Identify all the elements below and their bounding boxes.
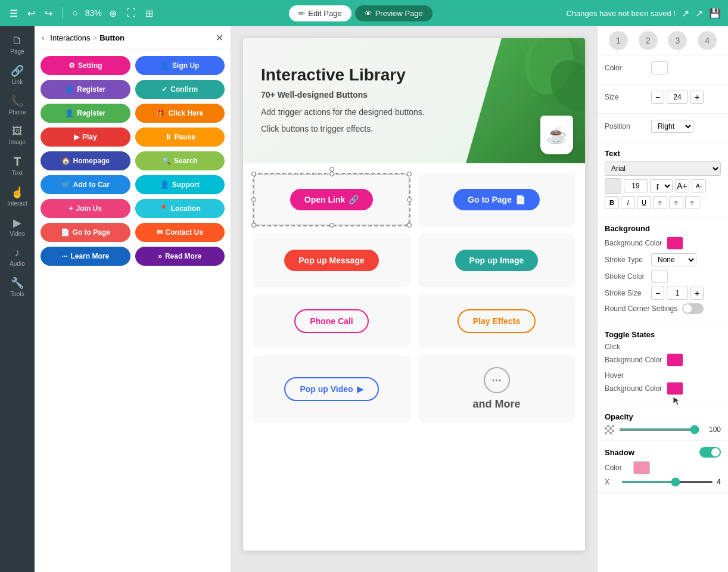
sidebar-item-video[interactable]: ▶ Video [0,213,35,241]
contactus-icon: ✉ [157,228,163,237]
rp-circle-4[interactable]: 4 [698,31,717,50]
sidebar-item-audio[interactable]: ♪ Audio [0,243,35,271]
align-center-button[interactable]: ≡ [669,196,683,209]
confirm-button[interactable]: ✓Confirm [135,80,225,99]
stroke-increase-button[interactable]: + [690,287,704,300]
redo-button[interactable]: ↪ [42,7,55,20]
stroke-size-input[interactable] [667,287,688,300]
play-effects-card[interactable]: Play Effects [418,294,575,348]
sidebar-item-tools[interactable]: 🔧 Tools [0,273,35,301]
panel-header: ‹ Interactions > Button ✕ [35,26,231,50]
popup-video-canvas-button[interactable]: Pop up Video ▶ [284,377,378,401]
stroke-decrease-button[interactable]: − [651,287,664,300]
support-button[interactable]: 👤Support [135,175,225,194]
font-select[interactable]: Arial Georgia Helvetica [605,161,721,176]
edit-page-button[interactable]: ✏ Edit Page [289,5,351,21]
phone-call-canvas-button[interactable]: Phone Call [294,309,368,333]
rp-circle-3[interactable]: 3 [668,31,687,50]
popup-video-card[interactable]: Pop up Video ▶ [253,355,410,422]
canvas[interactable]: Interactive Library 70+ Well-designed Bu… [243,38,585,551]
font-increase-button[interactable]: A+ [675,179,689,192]
search-button[interactable]: 🔍Search [135,151,225,170]
popup-message-canvas-button[interactable]: Pop up Message [284,250,378,271]
bold-button[interactable]: B [605,196,619,209]
menu-button[interactable]: ☰ [7,7,20,20]
read-more-button[interactable]: »Read More [135,247,225,266]
font-decrease-button[interactable]: A- [692,179,706,192]
undo-button[interactable]: ↩ [25,7,38,20]
popup-message-card[interactable]: Pop up Message [253,234,410,287]
hover-bg-color-picker[interactable] [667,382,683,395]
round-corner-toggle[interactable] [682,303,704,314]
register2-icon: 👤 [65,109,74,117]
align-right-button[interactable]: ≡ [685,196,699,209]
opacity-slider[interactable] [619,428,699,431]
add-to-car-button[interactable]: 🛒Add to Car [41,175,130,194]
popup-image-card[interactable]: Pop up Image [418,234,575,287]
join-us-button[interactable]: +Join Us [41,199,130,218]
click-here-button[interactable]: 🎁Click Here [135,104,225,123]
fullscreen-button[interactable]: ⛶ [124,7,138,20]
font-size-unit-select[interactable]: px [650,179,673,192]
open-link-canvas-button[interactable]: Open Link 🔗 [290,189,373,210]
shadow-x-slider[interactable] [621,481,713,483]
phone-call-card[interactable]: Phone Call [253,294,410,348]
sidebar-item-image[interactable]: 🖼 Image [0,122,35,149]
stroke-color-picker[interactable] [651,270,668,283]
text-color-swatch[interactable] [605,178,621,194]
rp-circle-1[interactable]: 1 [609,31,628,50]
panel-close-button[interactable]: ✕ [216,32,223,43]
popup-image-canvas-button[interactable]: Pop up Image [455,250,539,271]
goto-page-panel-button[interactable]: 📄Go to Page [41,223,130,242]
position-select[interactable]: Right Left Center [651,120,693,133]
hover-bg-color-label: Background Color [605,384,662,393]
italic-button[interactable]: I [621,196,635,209]
share-button[interactable]: ↗ [695,8,703,19]
breadcrumb-interactions[interactable]: Interactions [50,33,90,42]
preview-page-button[interactable]: 👁 Preview Page [355,5,433,21]
sidebar-item-interact[interactable]: ☝ Interact [0,182,35,210]
font-size-input[interactable] [624,179,648,192]
shadow-color-picker[interactable] [633,461,650,474]
sidebar-item-phone[interactable]: 📞 Phone [0,91,35,119]
zoom-reset-button[interactable]: ○ [70,7,80,20]
location-button[interactable]: 📍Location [135,199,225,218]
sign-up-button[interactable]: 👤Sign Up [135,56,225,75]
sidebar-item-link[interactable]: 🔗 Link [0,61,35,89]
size-input[interactable] [667,91,688,104]
size-decrease-button[interactable]: − [651,91,664,104]
underline-button[interactable]: U [637,196,651,209]
play-effects-canvas-button[interactable]: Play Effects [458,309,536,333]
goto-page-card[interactable]: Go to Page 📄 [418,173,575,226]
contact-us-button[interactable]: ✉Contact Us [135,223,225,242]
grid-button[interactable]: ⊞ [143,7,155,20]
play-button[interactable]: ▶Play [41,128,130,147]
align-left-button[interactable]: ≡ [653,196,667,209]
sidebar-item-page[interactable]: 🗋 Page [0,31,35,58]
shadow-header-row: Shadow [605,447,721,458]
register-button[interactable]: 👤Register [41,80,130,99]
export-button[interactable]: ↗ [682,8,689,19]
shadow-toggle[interactable] [699,447,721,458]
homepage-button[interactable]: 🏠Homepage [41,151,130,170]
save-button[interactable]: 💾 [709,8,721,19]
setting-icon: ⚙ [69,61,75,70]
font-row: Arial Georgia Helvetica [605,161,721,176]
open-link-card[interactable]: Open Link 🔗 [253,173,410,226]
and-more-label: and More [472,398,520,411]
popup-video-label: Pop up Video [300,384,353,394]
panel-back-button[interactable]: ‹ [42,33,44,42]
size-increase-button[interactable]: + [690,91,704,104]
stroke-type-select[interactable]: None Solid Dashed [651,253,696,266]
goto-page-canvas-button[interactable]: Go to Page 📄 [453,189,540,210]
color-picker[interactable] [651,61,668,74]
setting-button[interactable]: ⚙Setting [41,56,130,75]
pause-button[interactable]: ⏸Pause [135,128,225,147]
zoom-in-button[interactable]: ⊕ [107,7,119,20]
learn-more-button[interactable]: ···Learn More [41,247,130,266]
bg-color-picker[interactable] [667,237,683,250]
rp-circle-2[interactable]: 2 [639,31,658,50]
register2-button[interactable]: 👤Register [41,104,130,123]
sidebar-item-text[interactable]: T Text [0,151,35,180]
click-bg-color-picker[interactable] [667,353,683,366]
